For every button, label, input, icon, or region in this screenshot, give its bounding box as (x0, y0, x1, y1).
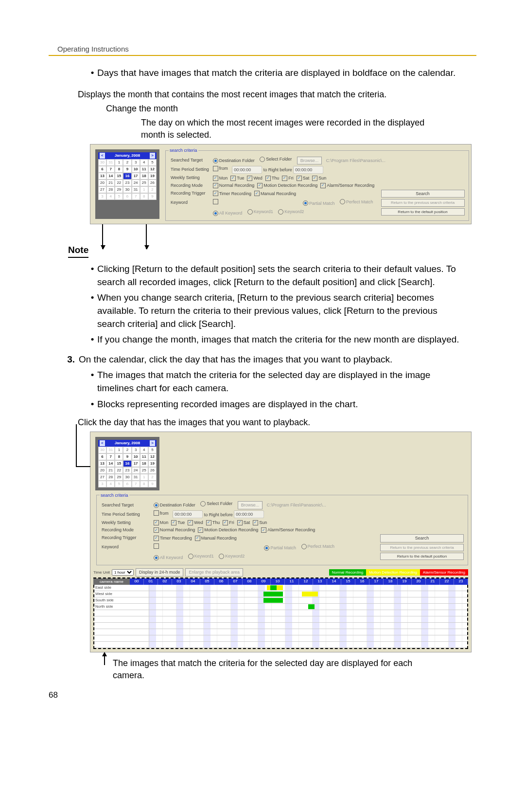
calendar-day[interactable]: 26 (148, 467, 157, 474)
calendar-day[interactable]: 26 (148, 180, 157, 186)
calendar-day[interactable]: 13 (98, 460, 106, 467)
calendar-day[interactable]: 1 (140, 186, 148, 193)
calendar-day[interactable]: 28 (106, 186, 115, 193)
calendar-day[interactable]: 5 (148, 447, 157, 453)
calendar-day[interactable]: 17 (132, 173, 140, 180)
time-to-input[interactable] (293, 166, 323, 174)
calendar-day[interactable]: 30 (98, 447, 106, 453)
checkbox-manual-recording[interactable]: ✓Manual Recording (195, 535, 237, 541)
calendar-day[interactable]: 10 (132, 166, 140, 173)
browse-button[interactable]: Browse... (238, 501, 263, 509)
browse-button[interactable]: Browse... (297, 157, 322, 165)
calendar-day[interactable]: 7 (106, 166, 115, 173)
calendar-day[interactable]: 27 (98, 474, 106, 481)
calendar-day[interactable]: 24 (132, 180, 140, 186)
calendar-day[interactable]: 5 (115, 193, 123, 200)
calendar-day[interactable]: 29 (115, 474, 123, 481)
checkbox-from[interactable]: from (213, 165, 228, 172)
calendar-day[interactable]: 3 (98, 481, 106, 487)
checkbox-alarm-sensor-recording[interactable]: ✓Alarm/Sensor Recording (261, 527, 315, 533)
calendar-day[interactable]: 20 (98, 180, 106, 186)
calendar-day[interactable]: 3 (132, 447, 140, 453)
checkbox-normal-recording[interactable]: ✓Normal Recording (213, 182, 255, 189)
radio-perfect-match[interactable]: Perfect Match (301, 543, 335, 550)
calendar-day[interactable]: 14 (106, 460, 115, 467)
calendar-day[interactable]: 4 (106, 193, 115, 200)
checkbox-timer-recording[interactable]: ✓Timer Recording (213, 191, 251, 197)
calendar-day[interactable]: 21 (106, 467, 115, 474)
calendar-day[interactable]: 8 (115, 166, 123, 173)
calendar-day[interactable]: 15 (115, 460, 123, 467)
calendar-day[interactable]: 7 (132, 481, 140, 487)
checkbox-day-wed[interactable]: ✓Wed (188, 520, 203, 526)
calendar-day[interactable]: 31 (132, 474, 140, 481)
checkbox-timer-recording[interactable]: ✓Timer Recording (154, 535, 192, 541)
calendar-day[interactable]: 22 (115, 467, 123, 474)
calendar-day[interactable]: 29 (115, 186, 123, 193)
radio-keyword1[interactable]: Keyword1 (188, 553, 214, 559)
calendar-day[interactable]: 6 (123, 193, 131, 200)
checkbox-day-sat[interactable]: ✓Sat (237, 520, 250, 526)
radio-keyword2[interactable]: Keyword2 (219, 553, 245, 559)
calendar-day[interactable]: 6 (98, 166, 106, 173)
calendar-day[interactable]: 3 (98, 193, 106, 200)
calendar-day[interactable]: 2 (148, 186, 157, 193)
return-default-button[interactable]: Return to the default position (380, 553, 464, 560)
time-from-input[interactable] (173, 510, 203, 518)
radio-partial-match[interactable]: Partial Match (264, 545, 296, 551)
return-previous-button[interactable]: Return to the previous search criteria (380, 544, 464, 551)
checkbox-motion-detection-recording[interactable]: ✓Motion Detection Recording (198, 527, 258, 533)
calendar-day[interactable]: 21 (106, 180, 115, 186)
calendar-day[interactable]: 12 (148, 166, 157, 173)
calendar-day[interactable]: 11 (140, 453, 148, 460)
recording-block[interactable] (302, 592, 318, 596)
display-24h-button[interactable]: Display in 24-h mode (136, 568, 184, 577)
calendar-day[interactable]: 31 (106, 159, 115, 166)
radio-destination-folder[interactable]: Destination Folder (213, 158, 255, 164)
return-previous-button[interactable]: Return to the previous search criteria (381, 199, 465, 206)
checkbox-day-fri[interactable]: ✓Fri (282, 175, 294, 181)
calendar-day[interactable]: 9 (148, 481, 157, 487)
calendar-day[interactable]: 25 (140, 180, 148, 186)
calendar-next-button[interactable]: > (150, 153, 155, 158)
return-default-button[interactable]: Return to the default position (381, 208, 465, 216)
calendar-day[interactable]: 1 (115, 159, 123, 166)
search-button[interactable]: Search (381, 190, 465, 198)
calendar-day[interactable]: 4 (106, 481, 115, 487)
calendar-day[interactable]: 17 (132, 460, 140, 467)
checkbox-day-fri[interactable]: ✓Fri (223, 520, 234, 526)
calendar-day[interactable]: 9 (123, 166, 131, 173)
time-unit-select[interactable]: 1 hour (112, 569, 134, 576)
checkbox-day-sat[interactable]: ✓Sat (297, 175, 310, 181)
time-from-input[interactable] (232, 166, 262, 174)
calendar-day[interactable]: 23 (123, 180, 131, 186)
calendar-day[interactable]: 30 (123, 186, 131, 193)
calendar-day[interactable]: 27 (98, 186, 106, 193)
calendar-day[interactable]: 3 (132, 159, 140, 166)
checkbox-day-tue[interactable]: ✓Tue (230, 175, 244, 181)
calendar-day[interactable]: 5 (148, 159, 157, 166)
checkbox-day-thu[interactable]: ✓Thu (206, 520, 220, 526)
checkbox-day-mon[interactable]: ✓Mon (154, 520, 169, 526)
checkbox-day-tue[interactable]: ✓Tue (171, 520, 185, 526)
calendar-day[interactable]: 23 (123, 467, 131, 474)
calendar-day[interactable]: 13 (98, 173, 106, 180)
checkbox-day-mon[interactable]: ✓Mon (213, 175, 228, 181)
calendar-day[interactable]: 1 (140, 474, 148, 481)
search-button[interactable]: Search (380, 534, 464, 542)
calendar-day[interactable]: 4 (140, 159, 148, 166)
calendar-day[interactable]: 28 (106, 474, 115, 481)
calendar-day[interactable]: 19 (148, 173, 157, 180)
recording-block[interactable] (308, 604, 315, 609)
radio-destination-folder[interactable]: Destination Folder (154, 502, 195, 508)
radio-select-folder[interactable]: Select Folder (200, 501, 232, 507)
calendar-day[interactable]: 18 (140, 460, 148, 467)
calendar-day[interactable]: 11 (140, 166, 148, 173)
calendar-day[interactable]: 14 (106, 173, 115, 180)
checkbox-keyword[interactable] (213, 199, 219, 204)
recording-block[interactable] (263, 592, 282, 596)
recording-block[interactable] (263, 598, 282, 603)
calendar-day[interactable]: 16 (123, 173, 131, 180)
checkbox-alarm-sensor-recording[interactable]: ✓Alarm/Sensor Recording (320, 182, 374, 189)
calendar-day[interactable]: 31 (132, 186, 140, 193)
